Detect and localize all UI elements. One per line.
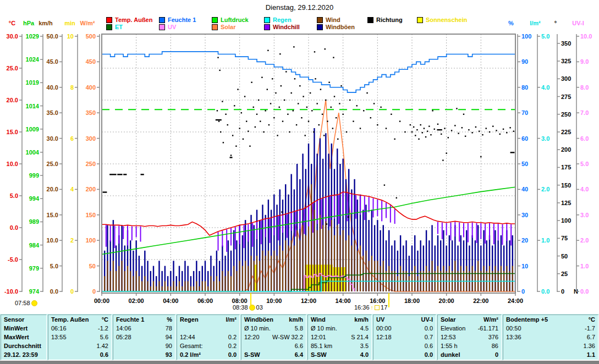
sunrise-sun-icon: [249, 305, 255, 311]
table-row: 6.6: [241, 341, 306, 350]
svg-text:175: 175: [561, 164, 571, 170]
table-cell-value: W-SW 32.2: [272, 333, 303, 341]
table-cell-label: 85.1 km: [311, 341, 332, 350]
table-cell-value: -61.171: [478, 324, 498, 333]
sunset-time-label: 16:36: [354, 304, 370, 311]
svg-text:1014: 1014: [26, 103, 40, 109]
table-cell-value: W/m²: [483, 315, 498, 324]
svg-text:8.0: 8.0: [580, 84, 589, 91]
svg-text:400: 400: [86, 84, 96, 91]
table-cell-label: Feuchte 1: [116, 315, 144, 324]
table-cell-value: km/h: [354, 315, 369, 324]
table-row: Elevation-61.171: [438, 324, 501, 333]
sunrise-suffix-label: 03: [256, 304, 263, 311]
svg-text:30.0: 30.0: [47, 135, 58, 142]
svg-text:979: 979: [29, 265, 39, 272]
table-cell-label: Gesamt:: [180, 341, 203, 350]
table-cell-label: Solar: [441, 315, 456, 324]
table-row: 00:000.0: [373, 324, 436, 333]
svg-text:0.0: 0.0: [541, 288, 549, 295]
table-row: S-SW6.4: [241, 350, 306, 359]
svg-text:3.0: 3.0: [541, 135, 549, 142]
table-cell-value: 6.7: [587, 333, 595, 341]
svg-text:125: 125: [561, 200, 571, 206]
svg-text:UV-I: UV-I: [572, 20, 584, 26]
svg-text:15.0: 15.0: [7, 129, 18, 135]
sunrise-time-label: 08:38: [233, 304, 248, 311]
weather-chart: °C30.025.020.015.010.05.00.0-5.0-10.0hPa…: [0, 0, 599, 313]
svg-text:2.0: 2.0: [580, 237, 589, 244]
sunset-suffix-label: 17: [381, 304, 387, 311]
table-cell-value: °C: [589, 315, 595, 324]
axis-pct: %1009080706050403020100: [508, 20, 531, 295]
table-cell-value: 376: [488, 333, 498, 341]
sun-icon: [31, 300, 37, 306]
svg-text:50.0: 50.0: [47, 33, 58, 40]
svg-text:100: 100: [561, 217, 571, 224]
svg-text:10.0: 10.0: [580, 33, 592, 40]
svg-text:%: %: [508, 20, 514, 26]
svg-text:0: 0: [92, 288, 96, 295]
table-cell-label: 13:55: [51, 333, 67, 341]
table-column: Windkm/hØ 10 min.4.512:01S 21.485.1 km3.…: [307, 315, 372, 360]
svg-text:150: 150: [86, 212, 96, 218]
svg-text:4.0: 4.0: [580, 186, 589, 192]
svg-text:4.0: 4.0: [541, 84, 549, 91]
svg-text:0.0: 0.0: [10, 224, 18, 231]
svg-text:02:00: 02:00: [129, 297, 144, 304]
axis-min: min1086420: [64, 20, 78, 295]
svg-text:04:00: 04:00: [163, 297, 178, 304]
svg-text:150: 150: [561, 182, 571, 189]
svg-text:250: 250: [86, 161, 96, 167]
table-cell-value: 0.6: [100, 350, 108, 359]
svg-text:06:00: 06:00: [197, 297, 213, 304]
table-cell-value: 4.0: [360, 350, 369, 359]
svg-text:989: 989: [29, 218, 39, 225]
series-Feuchte 1: [102, 52, 515, 92]
table-column: SolarW/m²Elevation-61.17112:533761:55 h8…: [437, 315, 502, 360]
svg-text:5.0: 5.0: [541, 33, 549, 40]
svg-text:0: 0: [521, 288, 525, 295]
table-cell-label: 12:53: [441, 333, 456, 341]
svg-text:40: 40: [521, 186, 528, 192]
sun-time-left-label: 07:58: [15, 300, 30, 306]
sunset-annotation: 16:36 ↑ 17: [354, 304, 387, 311]
axis-temp: °C30.025.020.015.010.05.00.0-5.0-10.0: [4, 20, 22, 295]
table-cell-label: 00:50: [506, 324, 521, 333]
table-row: Regenl/m²: [177, 315, 239, 324]
table-cell-value: 5.6: [100, 333, 108, 341]
table-cell-label: S-SW: [311, 350, 327, 359]
table-row: MaxWert: [1, 333, 46, 341]
table-cell-label: Durchschnitt: [4, 341, 41, 350]
svg-text:-5.0: -5.0: [8, 256, 18, 263]
table-row: 12:180.7: [373, 333, 436, 341]
svg-text:100: 100: [521, 33, 531, 40]
svg-text:7.0: 7.0: [580, 109, 589, 116]
table-cell-label: UV: [376, 315, 384, 324]
svg-text:1004: 1004: [26, 149, 40, 156]
table-cell-label: MinWert: [4, 324, 28, 333]
svg-text:10: 10: [67, 33, 74, 40]
table-row: Ø 10 min.5.8: [241, 324, 306, 333]
table-row: Bodentemp +5°C: [503, 315, 598, 324]
table-row: 12:440.2: [177, 333, 239, 341]
svg-text:15.0: 15.0: [47, 212, 58, 218]
daily-stats-table: SensorMinWertMaxWertDurchschnitt29.12. 2…: [0, 313, 599, 361]
axis-kmh: km/h50.045.040.035.030.025.020.015.010.0…: [39, 20, 62, 295]
svg-text:25: 25: [561, 271, 568, 277]
svg-text:300: 300: [561, 75, 571, 82]
svg-text:hPa: hPa: [23, 20, 35, 26]
table-column: Feuchte 1%14:067805:28949093: [113, 315, 175, 360]
table-cell-label: 14:06: [116, 324, 131, 333]
table-row: UVUV-I: [373, 315, 436, 324]
axis-uvi: UV-I10.09.08.07.06.05.04.03.02.01.00.0: [572, 20, 592, 295]
table-row: 1.36: [503, 341, 598, 350]
svg-text:24:00: 24:00: [508, 297, 523, 304]
window-bottom-strip: [0, 360, 599, 364]
table-cell-value: -1.2: [98, 324, 108, 333]
x-axis: 00:0002:0004:0006:0008:0010:0012:0014:00…: [94, 293, 523, 304]
svg-text:2: 2: [70, 237, 74, 244]
table-cell-value: km/h: [289, 315, 303, 324]
svg-text:20:00: 20:00: [439, 297, 454, 304]
svg-text:18:00: 18:00: [404, 297, 420, 304]
